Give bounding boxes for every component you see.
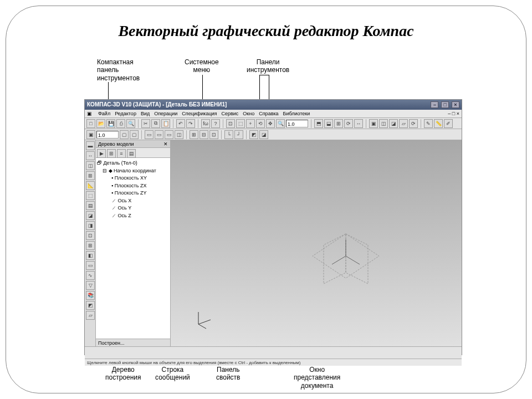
menu-specification[interactable]: Спецификация [182, 110, 217, 117]
svg-line-4 [346, 256, 360, 264]
tree-plane-xy[interactable]: ▪ Плоскость XY [97, 175, 169, 182]
tree-plane-zy[interactable]: ▪ Плоскость ZY [97, 190, 169, 197]
ctx-icon[interactable]: ▣ [86, 130, 95, 139]
label-model-tree: Дерево построения [105, 366, 141, 382]
tree-btn-2[interactable]: ⊞ [107, 149, 116, 158]
orbit-button[interactable]: ⟳ [344, 119, 353, 128]
rebuild-button[interactable]: ⟳ [409, 119, 418, 128]
zoomwin-button[interactable]: ⬚ [236, 119, 245, 128]
edit-button[interactable]: ✎ [424, 119, 433, 128]
ctx-btn-10[interactable]: └ [224, 130, 233, 139]
menu-help[interactable]: Справка [259, 110, 278, 117]
tree-btn-1[interactable]: ▶ [97, 149, 106, 158]
ctx-btn-5[interactable]: ▭ [165, 130, 173, 139]
view-btn-3[interactable]: ⊞ [334, 119, 343, 128]
tree-btn-4[interactable]: ▤ [127, 149, 136, 158]
surf-tool[interactable]: ◨ [86, 221, 95, 230]
tree-axis-z[interactable]: ⟋ Ось Z [97, 212, 169, 220]
tree-root[interactable]: 🗗 Деталь (Тел-0) [97, 160, 169, 167]
param-tool[interactable]: ⊞ [86, 171, 95, 180]
copy-button[interactable]: ⧉ [151, 119, 160, 128]
menu-operations[interactable]: Операции [154, 110, 177, 117]
menu-editor[interactable]: Редактор [115, 110, 136, 117]
open-button[interactable]: 📂 [96, 119, 105, 128]
tree-tab[interactable]: Построен... [96, 339, 170, 346]
draft-tool[interactable]: ▱ [86, 311, 95, 320]
feat-tool[interactable]: ◪ [86, 211, 95, 220]
slide-title: Векторный графический редактор Компас [0, 22, 532, 40]
ctx-btn-9[interactable]: ⊡ [209, 130, 218, 139]
undo-button[interactable]: ↶ [176, 119, 185, 128]
spec-tool[interactable]: ▤ [86, 201, 95, 210]
move-button[interactable]: ↔ [354, 119, 363, 128]
document-controls[interactable]: – □ × [448, 110, 459, 118]
ctx-btn-6[interactable]: ◫ [175, 130, 183, 139]
view-btn-2[interactable]: ⬓ [324, 119, 333, 128]
ctx-btn-3[interactable]: ▭ [145, 130, 154, 139]
scale-field[interactable]: 1.0 [96, 131, 119, 139]
filter-tool[interactable]: ▽ [86, 281, 95, 290]
tree-axis-y[interactable]: ⟋ Ось Y [97, 204, 169, 212]
zoom-icon[interactable]: 🔍 [276, 119, 285, 128]
zoomin-button[interactable]: + [246, 119, 255, 128]
shade2-tool[interactable]: ◩ [86, 301, 95, 310]
ctx-btn-1[interactable]: ▢ [120, 130, 129, 139]
curve-tool[interactable]: ∿ [86, 271, 95, 280]
shade-button[interactable]: ◪ [389, 119, 398, 128]
zoomprev-button[interactable]: ⟲ [256, 119, 265, 128]
wire-button[interactable]: ▣ [369, 119, 378, 128]
fx-button[interactable]: fω [201, 119, 210, 128]
menu-view[interactable]: Вид [141, 110, 150, 117]
geom-tool[interactable]: ▬ [86, 141, 95, 150]
sheet-tool[interactable]: ▭ [86, 261, 95, 270]
tree-btn-3[interactable]: ≡ [117, 149, 126, 158]
tree-plane-zx[interactable]: ▪ Плоскость ZX [97, 182, 169, 190]
new-button[interactable]: □ [86, 119, 95, 128]
menu-window[interactable]: Окно [243, 110, 254, 117]
zoomfit-button[interactable]: ⊡ [226, 119, 235, 128]
tree-axis-x[interactable]: ⟋ Ось X [97, 197, 169, 205]
ctx-btn-7[interactable]: ⊞ [190, 130, 198, 139]
close-button[interactable]: × [452, 101, 459, 108]
array-tool[interactable]: ⊡ [86, 231, 95, 240]
print-button[interactable]: ⎙ [116, 119, 125, 128]
ctx-btn-11[interactable]: ┘ [234, 130, 243, 139]
tree-origin[interactable]: ⊟ ◆ Начало координат [97, 167, 169, 175]
menu-service[interactable]: Сервис [222, 110, 239, 117]
dim-tool[interactable]: ↔ [86, 151, 95, 160]
tree-close-button[interactable]: ✕ [163, 140, 168, 147]
measure-button[interactable]: 📏 [434, 119, 443, 128]
body-tool[interactable]: ◧ [86, 251, 95, 260]
zoom-field[interactable]: 1.0 [286, 120, 308, 127]
redo-button[interactable]: ↷ [186, 119, 195, 128]
tree-title[interactable]: Дерево модели ✕ [96, 140, 170, 148]
ctx-btn-2[interactable]: ▢ [130, 130, 139, 139]
hidden-button[interactable]: ◫ [379, 119, 388, 128]
ctx-btn-12[interactable]: ◩ [249, 130, 258, 139]
titlebar[interactable]: КОМПАС-3D V10 (ЗАЩИТА) - [Деталь БЕЗ ИМЕ… [85, 100, 462, 110]
sketch-button[interactable]: ✐ [444, 119, 453, 128]
cut-button[interactable]: ✂ [141, 119, 150, 128]
property-panel[interactable] [85, 346, 462, 359]
ctx-btn-13[interactable]: ◪ [259, 130, 268, 139]
ctx-btn-4[interactable]: ▭ [155, 130, 163, 139]
save-button[interactable]: 💾 [106, 119, 115, 128]
menu-libraries[interactable]: Библиотеки [283, 110, 310, 117]
minimize-button[interactable]: – [431, 101, 438, 108]
ctx-btn-8[interactable]: ⊟ [200, 130, 208, 139]
lib-tool[interactable]: 📚 [86, 291, 95, 300]
meas-tool[interactable]: 📐 [86, 181, 95, 190]
viewport[interactable] [171, 140, 462, 346]
view-btn-1[interactable]: ⬒ [314, 119, 323, 128]
tree-body[interactable]: 🗗 Деталь (Тел-0) ⊟ ◆ Начало координат ▪ … [96, 158, 170, 339]
aux-tool[interactable]: ⊞ [86, 241, 95, 250]
edit-tool[interactable]: ◫ [86, 161, 95, 170]
pan-button[interactable]: ✥ [266, 119, 275, 128]
select-tool[interactable]: ⬚ [86, 191, 95, 200]
help-button[interactable]: ? [211, 119, 220, 128]
menu-file[interactable]: Файл [98, 110, 110, 117]
paste-button[interactable]: 📋 [161, 119, 170, 128]
preview-button[interactable]: 🔍 [126, 119, 135, 128]
maximize-button[interactable]: □ [441, 101, 449, 108]
persp-button[interactable]: ▱ [399, 119, 408, 128]
